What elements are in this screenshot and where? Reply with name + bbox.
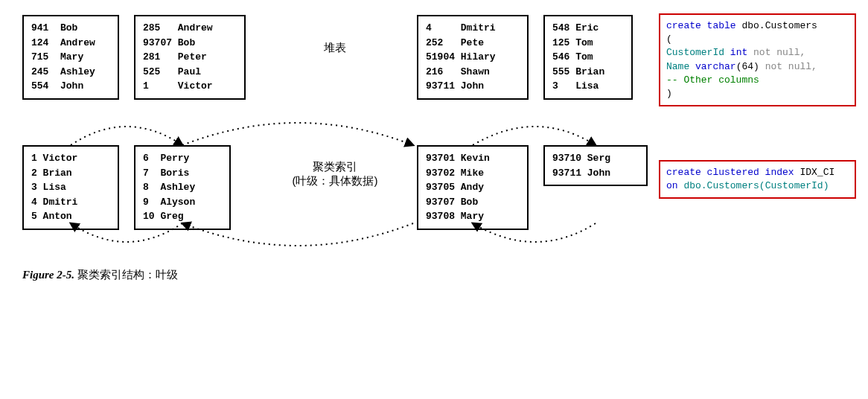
clustered-box-2-rows: 6 Perry 7 Boris 8 Ashley 9 Alyson 10 Gre… <box>143 153 195 222</box>
clustered-label-line2: (叶级：具体数据) <box>293 174 378 187</box>
heap-label-text: 堆表 <box>324 41 346 54</box>
caption-rest: 聚类索引结构：叶级 <box>74 269 178 281</box>
type-varchar: varchar <box>695 61 736 72</box>
heap-box-3-rows: 4 Dmitri 252 Pete 51904 Hilary 216 Shawn… <box>426 22 496 92</box>
code-line-3: CustomerId int not null, <box>666 46 849 60</box>
kw-create-clustered-index: create clustered index <box>666 167 794 178</box>
kw-create-table: create table <box>666 20 736 31</box>
code-idx-line-2: on dbo.Customers(CustomerId) <box>666 179 849 193</box>
clustered-box-1-rows: 1 Victor 2 Brian 3 Lisa 4 Dmitri 5 Anton <box>31 153 77 222</box>
code-create-index: create clustered index IDX_CI on dbo.Cus… <box>659 160 856 199</box>
comment-other: -- Other columns <box>666 74 759 86</box>
clustered-box-1: 1 Victor 2 Brian 3 Lisa 4 Dmitri 5 Anton <box>22 145 119 230</box>
paren-close: ) <box>666 88 672 99</box>
heap-box-4-rows: 548 Eric 125 Tom 546 Tom 555 Brian 3 Lis… <box>552 22 604 92</box>
clustered-box-3: 93701 Kevin 93702 Mike 93705 Andy 93707 … <box>417 145 529 230</box>
heap-box-2-rows: 285 Andrew 93707 Bob 281 Peter 525 Paul … <box>143 22 213 92</box>
clustered-box-4-rows: 93710 Serg 93711 John <box>552 153 610 179</box>
type-int: int <box>730 47 747 58</box>
heap-box-1: 941 Bob 124 Andrew 715 Mary 245 Ashley 5… <box>22 15 119 100</box>
mod-notnull2: not null, <box>765 61 817 72</box>
clustered-label-line1: 聚类索引 <box>313 160 357 173</box>
ident-idxci: IDX_CI <box>794 167 835 178</box>
clustered-label: 聚类索引 (叶级：具体数据) <box>279 160 391 188</box>
paren-open: ( <box>666 33 672 45</box>
kw-on: on <box>666 180 678 191</box>
clustered-box-2: 6 Perry 7 Boris 8 Ashley 9 Alyson 10 Gre… <box>134 145 231 230</box>
code-line-2: ( <box>666 33 849 46</box>
caption-bold: Figure 2-5. <box>22 269 74 281</box>
ident-on-target: dbo.Customers(CustomerId) <box>678 180 829 191</box>
arc-b3-b4-top <box>473 127 596 145</box>
code-line-6: ) <box>666 87 849 100</box>
col-name: Name <box>666 61 695 72</box>
code-create-table: create table dbo.Customers ( CustomerId … <box>659 13 856 106</box>
arc-b2-b3-top <box>182 123 413 145</box>
col-customerid: CustomerId <box>666 47 730 58</box>
clustered-box-3-rows: 93701 Kevin 93702 Mike 93705 Andy 93707 … <box>426 153 490 222</box>
heap-box-1-rows: 941 Bob 124 Andrew 715 Mary 245 Ashley 5… <box>31 22 95 92</box>
ident-dbo-customers: dbo.Customers <box>736 20 817 31</box>
varchar-size: (64) <box>736 61 765 72</box>
heap-box-2: 285 Andrew 93707 Bob 281 Peter 525 Paul … <box>134 15 246 100</box>
arc-b1-b2-top <box>71 127 182 145</box>
heap-box-4: 548 Eric 125 Tom 546 Tom 555 Brian 3 Lis… <box>543 15 633 100</box>
heap-label: 堆表 <box>298 41 372 55</box>
code-line-1: create table dbo.Customers <box>666 19 849 33</box>
figure-caption: Figure 2-5. 聚类索引结构：叶级 <box>22 268 178 282</box>
code-line-5: -- Other columns <box>666 74 849 87</box>
mod-notnull1: not null, <box>747 47 805 58</box>
clustered-box-4: 93710 Serg 93711 John <box>543 145 648 186</box>
code-idx-line-1: create clustered index IDX_CI <box>666 166 849 179</box>
heap-box-3: 4 Dmitri 252 Pete 51904 Hilary 216 Shawn… <box>417 15 529 100</box>
code-line-4: Name varchar(64) not null, <box>666 60 849 74</box>
